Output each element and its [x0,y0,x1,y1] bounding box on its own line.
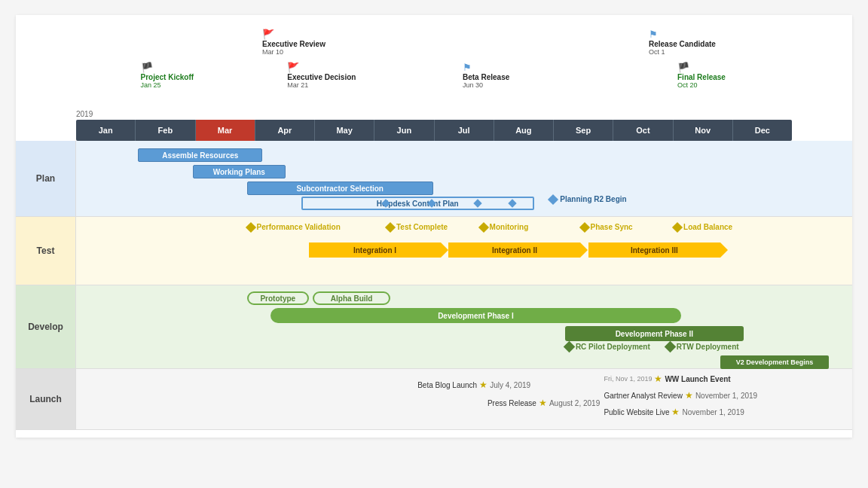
kickoff-title: Project Kickoff [141,73,194,81]
blue-flag-rc: ⚑ [649,29,658,40]
integration-3: Integration III [588,242,720,258]
month-sep: Sep [554,120,613,141]
bar-subcontractor: Subcontractor Selection [247,181,433,195]
gantt-chart: 🏴 Project Kickoff Jan 25 🚩 Executive Rev… [16,15,852,438]
rc-pilot: RC Pilot Deployment [565,343,650,351]
star-icon-2: ★ [539,398,547,408]
test-complete: Test Complete [387,223,448,231]
event-press-release: Press Release ★ August 2, 2019 [487,398,600,408]
gartner-date: November 1, 2019 [695,392,757,400]
phase-sync: Phase Sync [581,223,633,231]
milestones-area: 🏴 Project Kickoff Jan 25 🚩 Executive Rev… [76,23,792,109]
star-icon-1: ★ [479,380,487,390]
month-nov: Nov [674,120,733,141]
milestone-rc: ⚑ Release Candidate Oct 1 [649,29,716,56]
test-label: Test [16,217,76,285]
plan-row: Plan Assemble Resources Working Plans Su… [16,141,852,217]
bar-helpdesk: Helpdesk Content Plan [301,197,534,210]
milestone-final-release: 🏴 Final Release Oct 20 [677,62,726,89]
red-flag-exec-decision: 🚩 [287,62,299,73]
develop-label: Develop [16,285,76,368]
final-release-date: Oct 20 [677,81,698,89]
planning-r2: Planning R2 Begin [549,195,626,203]
launch-label: Launch [16,369,76,429]
monitoring: Monitoring [480,223,529,231]
month-jun: Jun [374,120,434,141]
event-beta-blog-label: Beta Blog Launch [417,381,477,389]
plan-content: Assemble Resources Working Plans Subcont… [76,141,852,216]
bar-alpha-build: Alpha Build [313,291,390,305]
exec-review-title: Executive Review [262,40,326,48]
event-press-release-label: Press Release [487,399,536,407]
website-live-date: November 1, 2019 [682,408,744,416]
event-beta-blog: Beta Blog Launch ★ July 4, 2019 [417,380,530,390]
milestone-exec-decision: 🚩 Executive Decision Mar 21 [287,62,356,89]
month-jul: Jul [435,120,494,141]
bar-v2-dev: V2 Development Begins [720,355,829,369]
red-flag-exec-review: 🚩 [262,29,274,40]
month-oct: Oct [613,120,673,141]
blue-flag-beta: ⚑ [463,62,472,73]
exec-decision-title: Executive Decision [287,73,356,81]
plan-label: Plan [16,141,76,216]
event-website-live: Public Website Live ★ November 1, 2019 [604,407,744,417]
exec-review-date: Mar 10 [262,48,283,56]
year-label: 2019 [76,109,792,118]
event-gartner: Gartner Analyst Review ★ November 1, 201… [604,390,757,401]
website-live-label: Public Website Live [604,408,669,416]
gantt-body: Plan Assemble Resources Working Plans Su… [16,141,852,430]
test-row: Test Performance Validation Test Complet… [16,217,852,285]
milestone-exec-review: 🚩 Executive Review Mar 10 [262,29,326,56]
rtw-deploy: RTW Deployment [666,343,739,351]
bar-dev-phase1: Development Phase I [270,308,682,323]
rc-date: Oct 1 [649,48,665,56]
beta-date: Jun 30 [463,81,483,89]
exec-decision-date: Mar 21 [287,81,308,89]
month-aug: Aug [494,120,554,141]
perf-validation: Performance Validation [247,223,341,231]
kickoff-date: Jan 25 [141,81,161,89]
integration-1: Integration I [309,242,441,258]
final-release-title: Final Release [677,73,726,81]
event-ww-launch: Fri, Nov 1, 2019 ★ WW Launch Event [604,374,730,384]
bar-dev-phase2: Development Phase II [565,326,744,341]
month-apr: Apr [255,120,315,141]
green-flag-final: 🏴 [677,62,689,73]
beta-title: Beta Release [463,73,509,81]
load-balance: Load Balance [674,223,732,231]
star-icon-5: ★ [671,407,680,417]
launch-row: Launch Beta Blog Launch ★ July 4, 2019 P… [16,369,852,430]
gartner-label: Gartner Analyst Review [604,392,683,400]
month-jan: Jan [76,120,136,141]
milestone-beta-release: ⚑ Beta Release Jun 30 [463,62,509,89]
ww-launch-prefix: Fri, Nov 1, 2019 [604,375,652,383]
event-press-release-date: August 2, 2019 [549,399,600,407]
rc-title: Release Candidate [649,40,716,48]
event-beta-blog-date: July 4, 2019 [490,381,530,389]
bar-assemble-resources: Assemble Resources [138,148,262,162]
integration-2: Integration II [448,242,580,258]
month-mar: Mar [196,120,255,141]
month-dec: Dec [733,120,792,141]
test-content: Performance Validation Test Complete Mon… [76,217,852,285]
develop-content: Prototype Alpha Build Development Phase … [76,285,852,368]
milestone-kickoff: 🏴 Project Kickoff Jan 25 [141,62,194,89]
bar-prototype: Prototype [247,291,309,305]
star-icon-3: ★ [654,374,662,384]
star-icon-4: ★ [685,390,693,401]
ww-launch-label: WW Launch Event [665,375,730,383]
develop-row: Develop Prototype Alpha Build Developmen… [16,285,852,369]
month-may: May [315,120,374,141]
green-flag-icon: 🏴 [141,62,153,73]
timeline-header: Jan Feb Mar Apr May Jun Jul Aug Sep Oct … [76,120,792,141]
launch-content: Beta Blog Launch ★ July 4, 2019 Press Re… [76,369,852,429]
bar-working-plans: Working Plans [193,165,286,178]
month-feb: Feb [136,120,195,141]
